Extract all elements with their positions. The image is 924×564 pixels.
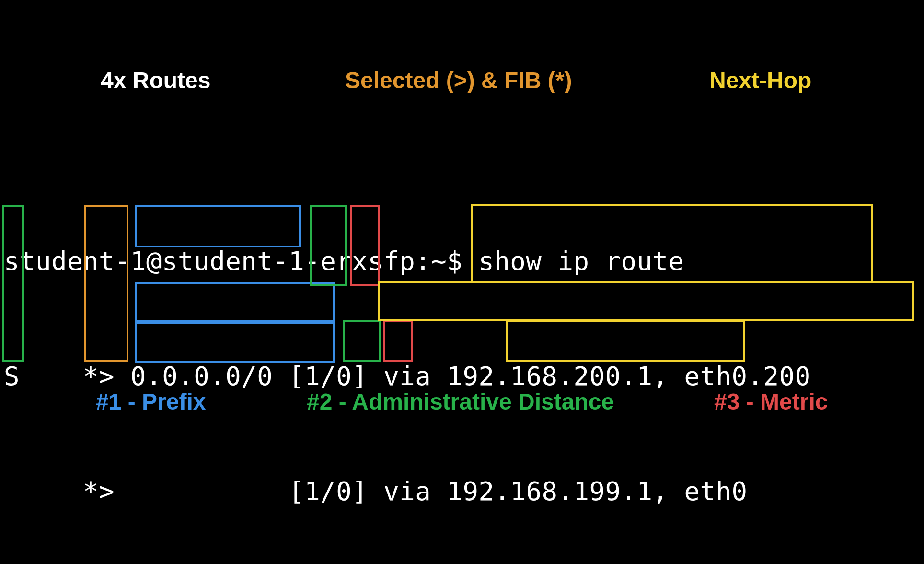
label-routes: 4x Routes [101,67,210,94]
label-prefix: #1 - Prefix [96,388,206,415]
diagram-root: 4x Routes Selected (>) & FIB (*) Next-Ho… [0,0,924,564]
command: show ip route [478,246,684,276]
route-via: via [383,361,431,391]
route-metric: 0 [336,361,352,391]
label-next-hop: Next-Hop [709,67,811,94]
route-nexthop: 192.168.200.1, eth0.200 [447,361,810,391]
route-mark: *> [83,476,115,506]
route-nexthop: 192.168.199.1, eth0 [447,476,747,506]
label-selected-fib: Selected (>) & FIB (*) [345,67,572,94]
route-code: S [4,361,20,391]
prompt: student-1@student-1-erxsfp:~$ [4,246,478,276]
prompt-line: student-1@student-1-erxsfp:~$ show ip ro… [4,242,843,281]
route-ad: 1 [304,476,320,506]
route-mark: *> [83,361,115,391]
route-row: *> [1/0] via 192.168.199.1, eth0 [4,472,843,511]
label-metric: #3 - Metric [714,388,828,415]
route-via: via [383,476,431,506]
route-metric: 0 [336,476,352,506]
terminal-output: student-1@student-1-erxsfp:~$ show ip ro… [4,165,843,564]
label-admin-dist: #2 - Administrative Distance [307,388,614,415]
route-prefix: 0.0.0.0/0 [130,361,273,391]
route-code [4,476,20,506]
route-ad: 1 [304,361,320,391]
